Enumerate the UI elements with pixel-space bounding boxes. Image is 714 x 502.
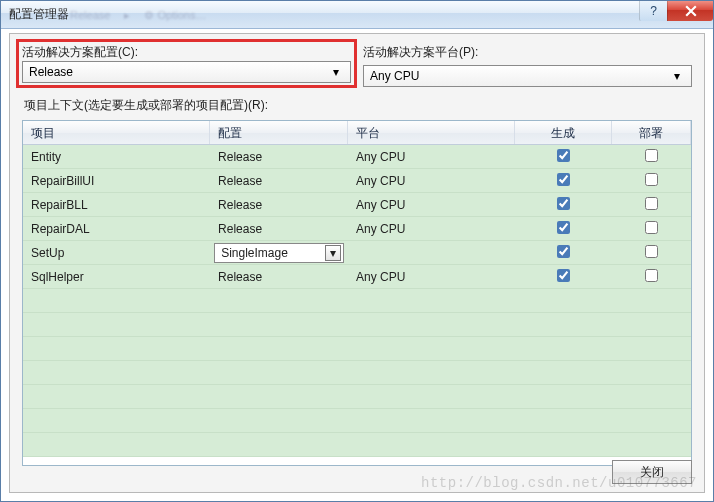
cell-config[interactable]: SingleImage▾ [210,243,348,263]
col-platform[interactable]: 平台 [348,121,515,144]
table-row-empty [23,337,691,361]
deploy-checkbox[interactable] [645,221,658,234]
cell-project: SetUp [23,246,210,260]
table-row[interactable]: RepairDALReleaseAny CPU [23,217,691,241]
cell-platform[interactable]: Any CPU [348,270,515,284]
window-title: 配置管理器 [9,6,69,23]
deploy-checkbox[interactable] [645,197,658,210]
col-deploy[interactable]: 部署 [612,121,691,144]
cell-project: RepairBLL [23,198,210,212]
table-row-empty [23,409,691,433]
cell-build [515,149,612,165]
cell-build [515,245,612,261]
table-row-empty [23,433,691,457]
table-row-empty [23,385,691,409]
help-button[interactable]: ? [639,1,667,21]
chevron-down-icon: ▾ [328,65,344,79]
table-row-empty [23,289,691,313]
grid-body: EntityReleaseAny CPURepairBillUIReleaseA… [23,145,691,457]
grid-header: 项目 配置 平台 生成 部署 [23,121,691,145]
cell-build [515,221,612,237]
close-icon [685,5,697,17]
cell-platform[interactable]: Any CPU [348,150,515,164]
solution-config-group: 活动解决方案配置(C): Release ▾ [22,44,351,87]
cell-build [515,173,612,189]
deploy-checkbox[interactable] [645,245,658,258]
chevron-down-icon: ▾ [325,245,341,261]
config-cell-dropdown[interactable]: SingleImage▾ [214,243,344,263]
col-build[interactable]: 生成 [515,121,612,144]
col-config[interactable]: 配置 [210,121,348,144]
cell-project: SqlHelper [23,270,210,284]
build-checkbox[interactable] [557,269,570,282]
project-grid: 项目 配置 平台 生成 部署 EntityReleaseAny CPURepai… [22,120,692,466]
cell-deploy [612,245,691,261]
table-row[interactable]: RepairBLLReleaseAny CPU [23,193,691,217]
cell-deploy [612,221,691,237]
dialog-footer: 关闭 [612,460,692,484]
solution-platform-group: 活动解决方案平台(P): Any CPU ▾ [363,44,692,87]
background-blur: ▸ Release▸⚙ Options… [61,3,623,27]
col-project[interactable]: 项目 [23,121,210,144]
solution-platform-value: Any CPU [370,69,669,83]
solution-platform-label: 活动解决方案平台(P): [363,44,692,61]
cell-config[interactable]: Release [210,270,348,284]
build-checkbox[interactable] [557,149,570,162]
solution-platform-dropdown[interactable]: Any CPU ▾ [363,65,692,87]
cell-deploy [612,197,691,213]
cell-config[interactable]: Release [210,150,348,164]
cell-project: RepairBillUI [23,174,210,188]
deploy-checkbox[interactable] [645,173,658,186]
chevron-down-icon: ▾ [669,69,685,83]
titlebar[interactable]: ▸ Release▸⚙ Options… 配置管理器 ? [1,1,713,29]
table-row[interactable]: SqlHelperReleaseAny CPU [23,265,691,289]
cell-config[interactable]: Release [210,174,348,188]
table-row-empty [23,313,691,337]
deploy-checkbox[interactable] [645,269,658,282]
window-buttons: ? [639,1,713,21]
cell-deploy [612,149,691,165]
cell-build [515,197,612,213]
dialog-content: 活动解决方案配置(C): Release ▾ 活动解决方案平台(P): Any … [9,33,705,493]
close-window-button[interactable] [667,1,713,21]
build-checkbox[interactable] [557,221,570,234]
table-row[interactable]: RepairBillUIReleaseAny CPU [23,169,691,193]
config-row: 活动解决方案配置(C): Release ▾ 活动解决方案平台(P): Any … [10,34,704,91]
cell-project: RepairDAL [23,222,210,236]
config-cell-value: SingleImage [221,246,325,260]
table-row-empty [23,361,691,385]
build-checkbox[interactable] [557,173,570,186]
cell-config[interactable]: Release [210,222,348,236]
table-row[interactable]: SetUpSingleImage▾ [23,241,691,265]
cell-platform[interactable]: Any CPU [348,174,515,188]
cell-build [515,269,612,285]
cell-platform[interactable]: Any CPU [348,222,515,236]
close-button[interactable]: 关闭 [612,460,692,484]
cell-platform[interactable]: Any CPU [348,198,515,212]
table-row[interactable]: EntityReleaseAny CPU [23,145,691,169]
cell-deploy [612,269,691,285]
cell-config[interactable]: Release [210,198,348,212]
cell-project: Entity [23,150,210,164]
build-checkbox[interactable] [557,197,570,210]
context-label: 项目上下文(选定要生成或部署的项目配置)(R): [10,91,704,118]
build-checkbox[interactable] [557,245,570,258]
deploy-checkbox[interactable] [645,149,658,162]
cell-deploy [612,173,691,189]
dialog-window: ▸ Release▸⚙ Options… 配置管理器 ? 活动解决方案配置(C)… [0,0,714,502]
solution-config-label: 活动解决方案配置(C): [22,44,351,61]
solution-config-value: Release [29,65,328,79]
solution-config-dropdown[interactable]: Release ▾ [22,61,351,83]
highlight-box: 活动解决方案配置(C): Release ▾ [16,39,357,88]
